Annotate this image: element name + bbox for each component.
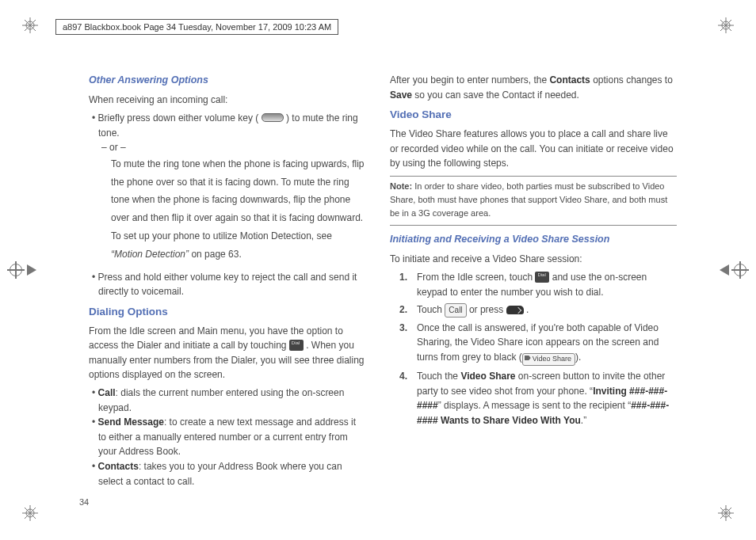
heading-video-share: Video Share bbox=[390, 107, 677, 124]
heading-initiating-vs: Initiating and Receiving a Video Share S… bbox=[390, 232, 677, 247]
send-label: Send Message bbox=[98, 416, 164, 428]
dial-icon bbox=[535, 272, 549, 283]
registration-mark-right bbox=[720, 264, 746, 276]
left-column: Other Answering Options When receiving a… bbox=[79, 73, 366, 492]
bullet-send-message: Send Message: to create a new text messa… bbox=[92, 415, 366, 459]
step-2-body: Touch Call or press . bbox=[417, 302, 529, 318]
bullet-contacts: Contacts: takes you to your Address Book… bbox=[92, 459, 366, 489]
registration-mark-left bbox=[10, 264, 36, 276]
call-button-icon: Call bbox=[445, 303, 466, 318]
or-divider: – or – bbox=[101, 140, 366, 155]
send-key-icon bbox=[506, 306, 524, 314]
motion-text: To mute the ring tone when the phone is … bbox=[111, 158, 365, 241]
step-number-3: 3. bbox=[399, 321, 417, 366]
heading-dialing-options: Dialing Options bbox=[89, 304, 366, 321]
crop-mark-top-right bbox=[718, 17, 734, 33]
call-label: Call bbox=[98, 387, 116, 398]
step-number-2: 2. bbox=[399, 302, 417, 318]
step-4: 4. Touch the Video Share on-screen butto… bbox=[399, 369, 677, 428]
crop-mark-top-left bbox=[22, 17, 38, 33]
volume-key-icon bbox=[262, 113, 284, 122]
init-lead: To initiate and receive a Video Share se… bbox=[390, 252, 677, 267]
bullet-mute-ringtone: Briefly press down either volume key ( )… bbox=[92, 111, 366, 140]
step-1-body: From the Idle screen, touch and use the … bbox=[417, 270, 677, 299]
step-2: 2. Touch Call or press . bbox=[399, 302, 677, 318]
motion-detection-para: To mute the ring tone when the phone is … bbox=[111, 155, 366, 264]
intro-incoming-call: When receiving an incoming call: bbox=[89, 93, 366, 108]
right-column: After you begin to enter numbers, the Co… bbox=[390, 73, 677, 492]
contacts-label: Contacts bbox=[98, 461, 139, 472]
page-content: Other Answering Options When receiving a… bbox=[79, 73, 677, 492]
motion-detection-link: “Motion Detection” bbox=[111, 249, 189, 260]
note-video-share: Note: In order to share video, both part… bbox=[390, 180, 677, 220]
note-rule-top bbox=[390, 176, 677, 177]
note-label: Note: bbox=[390, 181, 412, 191]
step-number-4: 4. bbox=[399, 369, 417, 428]
contacts-save-note: After you begin to enter numbers, the Co… bbox=[390, 73, 677, 102]
bullet-reject-call: Press and hold either volume key to reje… bbox=[92, 270, 366, 299]
note-rule-bottom bbox=[390, 225, 677, 226]
motion-tail: on page 63. bbox=[189, 249, 242, 260]
video-share-icon: Video Share bbox=[522, 353, 575, 366]
bullet-call: Call: dials the current number entered u… bbox=[92, 386, 366, 415]
dialing-intro-pre: From the Idle screen and Main menu, you … bbox=[89, 325, 343, 352]
step-1: 1. From the Idle screen, touch and use t… bbox=[399, 270, 677, 299]
call-desc: : dials the current number entered using… bbox=[98, 387, 344, 413]
crop-mark-bottom-right bbox=[718, 505, 734, 521]
dial-icon bbox=[289, 340, 304, 351]
dialing-intro: From the Idle screen and Main menu, you … bbox=[89, 324, 366, 382]
note-body: In order to share video, both parties mu… bbox=[390, 181, 667, 218]
step-4-body: Touch the Video Share on-screen button t… bbox=[417, 369, 677, 428]
page-number: 34 bbox=[79, 497, 89, 507]
bullet-text-pre: Briefly press down either volume key ( bbox=[98, 112, 259, 124]
crop-mark-bottom-left bbox=[22, 505, 38, 521]
heading-other-answering-options: Other Answering Options bbox=[89, 73, 366, 88]
document-header: a897 Blackbox.book Page 34 Tuesday, Nove… bbox=[55, 19, 338, 35]
step-number-1: 1. bbox=[399, 270, 417, 299]
video-share-intro: The Video Share features allows you to p… bbox=[390, 127, 677, 171]
step-3-body: Once the call is answered, if you're bot… bbox=[417, 321, 677, 366]
step-3: 3. Once the call is answered, if you're … bbox=[399, 321, 677, 366]
